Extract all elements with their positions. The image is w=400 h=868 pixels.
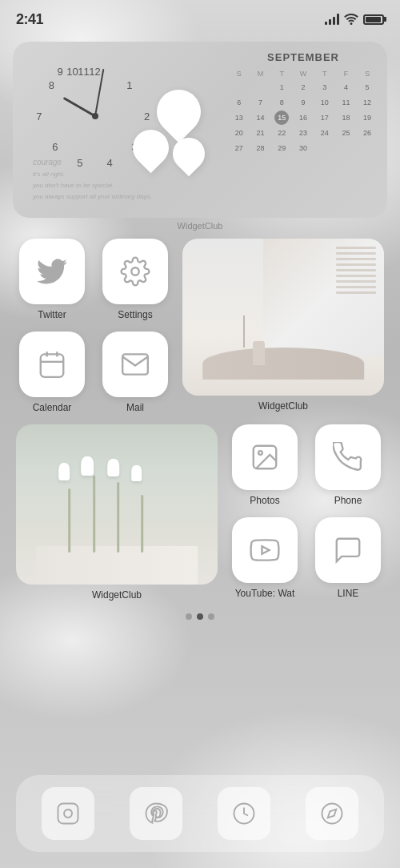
cal-day: 17 bbox=[318, 111, 332, 125]
safari-icon bbox=[320, 802, 344, 826]
cal-day: 28 bbox=[254, 141, 268, 155]
cal-day: 19 bbox=[360, 111, 374, 125]
youtube-label: YouTube: Wat bbox=[235, 588, 295, 599]
line-icon-bg bbox=[315, 517, 381, 583]
widget-main-label: WidgetClub bbox=[0, 221, 400, 231]
photos-label: Photos bbox=[250, 495, 279, 506]
cal-day bbox=[360, 141, 374, 155]
cal-header-w: W bbox=[293, 68, 314, 79]
pinterest-dock[interactable] bbox=[130, 787, 182, 840]
page-dot-2 bbox=[197, 613, 203, 620]
photos-icon bbox=[250, 442, 280, 472]
safari-dock[interactable] bbox=[306, 787, 358, 840]
youtube-app[interactable]: YouTube: Wat bbox=[229, 517, 301, 599]
line-app[interactable]: LINE bbox=[312, 517, 384, 599]
twitter-icon bbox=[37, 256, 67, 287]
pinterest-icon-bg bbox=[130, 787, 182, 840]
cal-day: 30 bbox=[296, 141, 310, 155]
widget-area[interactable]: 12 1 2 3 4 5 6 7 8 9 10 11 bbox=[13, 42, 387, 218]
calendar-app[interactable]: Calendar bbox=[16, 332, 88, 413]
tulip-widget[interactable] bbox=[16, 424, 218, 585]
clock-9: 9 bbox=[57, 65, 62, 77]
cal-header-m: M bbox=[250, 68, 271, 79]
svg-marker-7 bbox=[262, 546, 269, 554]
cal-today: 15 bbox=[274, 111, 289, 125]
safari-icon-bg bbox=[306, 787, 358, 840]
battery-icon bbox=[363, 14, 384, 25]
settings-label: Settings bbox=[118, 309, 152, 320]
cal-day: 26 bbox=[360, 126, 374, 140]
clock-8: 8 bbox=[49, 78, 54, 90]
phone-icon-bg bbox=[315, 424, 381, 490]
settings-icon-bg bbox=[102, 239, 168, 304]
cal-day: 27 bbox=[232, 141, 246, 155]
tulip-widget-label: WidgetClub bbox=[92, 589, 142, 601]
clock-center bbox=[92, 113, 98, 119]
pinterest-icon bbox=[144, 802, 168, 826]
cal-grid: S M T W T F S 1 2 3 4 5 6 7 8 9 10 bbox=[229, 68, 378, 155]
cal-header-t2: T bbox=[314, 68, 335, 79]
mail-icon-bg bbox=[102, 332, 168, 397]
instagram-icon bbox=[56, 802, 80, 826]
cal-day: 22 bbox=[274, 126, 289, 140]
row1-left-apps: Twitter Calendar bbox=[16, 239, 88, 413]
mail-app[interactable]: Mail bbox=[99, 332, 171, 413]
row1-mid-apps: Settings Mail bbox=[99, 239, 171, 413]
cal-day: 1 bbox=[274, 80, 289, 94]
instagram-dock[interactable] bbox=[42, 787, 94, 840]
status-time: 2:41 bbox=[16, 11, 43, 28]
page-dot-3 bbox=[208, 613, 214, 620]
clock-10: 10 bbox=[66, 65, 78, 77]
cal-header-s2: S bbox=[357, 68, 378, 79]
photos-icon-bg bbox=[232, 424, 298, 490]
window-blinds bbox=[336, 247, 376, 303]
cal-day: 21 bbox=[254, 126, 268, 140]
tulip-widget-wrapper: WidgetClub bbox=[16, 424, 218, 601]
cal-day: 20 bbox=[232, 126, 246, 140]
svg-point-4 bbox=[131, 267, 139, 275]
cal-day: 7 bbox=[254, 95, 268, 110]
calendar-label: Calendar bbox=[33, 402, 72, 413]
clock-12: 12 bbox=[89, 65, 100, 77]
phone-app[interactable]: Phone bbox=[312, 424, 384, 506]
cal-day bbox=[338, 141, 353, 155]
svg-point-6 bbox=[258, 451, 262, 455]
interior-scene bbox=[182, 239, 384, 396]
clock-icon-bg bbox=[218, 787, 270, 840]
svg-point-11 bbox=[322, 804, 342, 824]
page-dot-1 bbox=[186, 613, 192, 620]
youtube-icon bbox=[250, 535, 280, 565]
cal-day: 24 bbox=[318, 126, 332, 140]
cal-day: 13 bbox=[232, 111, 246, 125]
cal-day: 14 bbox=[254, 111, 268, 125]
status-icons bbox=[325, 14, 384, 25]
twitter-label: Twitter bbox=[38, 309, 66, 320]
candle-decoration bbox=[117, 66, 221, 194]
phone-icon bbox=[333, 442, 363, 472]
settings-app[interactable]: Settings bbox=[99, 239, 171, 320]
calendar-widget: SEPTEMBER S M T W T F S 1 2 3 4 5 6 bbox=[219, 42, 387, 210]
instagram-icon-bg bbox=[42, 787, 94, 840]
wifi-icon bbox=[344, 14, 358, 25]
cal-day: 25 bbox=[338, 126, 353, 140]
clock-dock[interactable] bbox=[218, 787, 270, 840]
svg-marker-12 bbox=[328, 810, 337, 818]
clock-dock-icon bbox=[232, 802, 256, 826]
interior-widget[interactable] bbox=[182, 239, 384, 396]
cal-day: 18 bbox=[338, 111, 353, 125]
clock-11: 11 bbox=[78, 65, 89, 77]
row1: Twitter Calendar bbox=[0, 239, 400, 413]
cal-day: 4 bbox=[338, 80, 353, 94]
page-indicator bbox=[0, 613, 400, 620]
line-icon bbox=[333, 535, 363, 565]
cal-day: 8 bbox=[274, 95, 289, 110]
status-bar: 2:41 bbox=[0, 0, 400, 35]
phone-label: Phone bbox=[334, 495, 362, 506]
cal-day: 23 bbox=[296, 126, 310, 140]
twitter-app[interactable]: Twitter bbox=[16, 239, 88, 320]
clock-7: 7 bbox=[36, 110, 42, 122]
photos-app[interactable]: Photos bbox=[229, 424, 301, 506]
mail-label: Mail bbox=[126, 402, 144, 413]
row2-right: Photos YouTube: Wat bbox=[229, 424, 301, 601]
cal-day: 29 bbox=[274, 141, 289, 155]
